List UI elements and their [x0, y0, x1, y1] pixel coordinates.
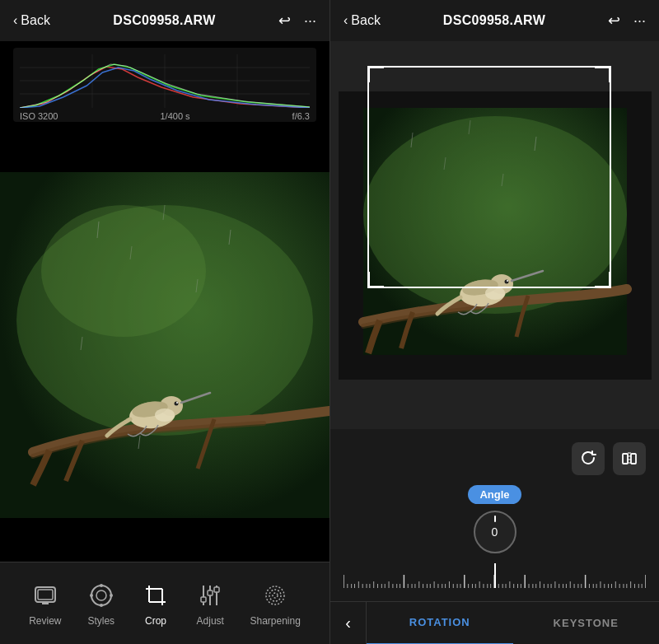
svg-point-27 [91, 586, 111, 605]
svg-point-29 [100, 584, 103, 587]
angle-section: Angle 0 [344, 485, 646, 553]
svg-point-57 [504, 279, 508, 283]
angle-value: 0 [492, 525, 498, 539]
tab-back-button[interactable]: ‹ [330, 602, 367, 645]
flip-button[interactable] [613, 442, 646, 475]
svg-point-30 [100, 604, 103, 607]
crop-icon [141, 581, 171, 610]
svg-point-28 [96, 590, 106, 600]
svg-point-45 [269, 590, 281, 601]
styles-icon [86, 581, 116, 610]
review-label: Review [29, 615, 61, 627]
tab-bar: ‹ ROTATION KEYSTONE [330, 601, 659, 644]
tab-rotation[interactable]: ROTATION [367, 602, 513, 645]
rotate-button[interactable] [572, 442, 605, 475]
rotation-ruler[interactable] [344, 563, 646, 588]
right-back-label: Back [351, 13, 381, 28]
svg-rect-37 [149, 589, 162, 602]
svg-rect-41 [208, 590, 213, 595]
histogram-labels: ISO 3200 1/400 s f/6.3 [20, 111, 310, 121]
keystone-tab-label: KEYSTONE [554, 617, 619, 629]
histogram-panel: ISO 3200 1/400 s f/6.3 [13, 48, 316, 122]
right-file-title: DSC09958.ARW [443, 13, 545, 28]
right-chevron-icon: ‹ [344, 13, 348, 28]
svg-rect-24 [38, 590, 53, 600]
toolbar-item-styles[interactable]: Styles [86, 581, 116, 627]
hummingbird-scene-right [339, 91, 652, 380]
toolbar-item-review[interactable]: Review [29, 581, 61, 627]
svg-point-58 [507, 280, 508, 282]
rotation-tab-label: ROTATION [409, 616, 470, 628]
bottom-toolbar: Review Styles [0, 562, 330, 644]
right-header: ‹ Back DSC09958.ARW ↩ ··· [330, 0, 659, 41]
left-panel: ‹ Back DSC09958.ARW ↩ ··· [0, 0, 330, 644]
svg-point-9 [41, 205, 206, 337]
svg-point-20 [176, 402, 178, 404]
svg-rect-43 [214, 587, 219, 592]
adjust-icon [195, 581, 225, 610]
header-actions: ↩ ··· [278, 12, 316, 30]
crop-corner-tl[interactable] [367, 66, 384, 82]
svg-point-46 [273, 593, 278, 598]
sharpening-icon [260, 581, 290, 610]
crop-label: Crop [145, 615, 166, 627]
svg-rect-61 [623, 454, 628, 464]
more-icon[interactable]: ··· [304, 12, 316, 30]
right-header-actions: ↩ ··· [608, 12, 646, 30]
tab-keystone[interactable]: KEYSTONE [513, 602, 660, 645]
toolbar-item-sharpening[interactable]: Sharpening [250, 581, 300, 627]
styles-label: Styles [87, 615, 115, 627]
ruler-center-line [494, 563, 496, 588]
angle-dial[interactable]: 0 [474, 511, 516, 553]
right-undo-icon[interactable]: ↩ [608, 12, 620, 30]
histogram-svg [20, 54, 310, 108]
angle-label: Angle [468, 485, 521, 504]
controls-area: Angle 0 [330, 429, 659, 601]
crop-photo-area [330, 41, 659, 429]
svg-rect-42 [201, 597, 206, 602]
aperture-label: f/6.3 [292, 111, 310, 121]
back-button[interactable]: ‹ Back [13, 13, 50, 28]
adjust-label: Adjust [197, 615, 224, 627]
tab-chevron-icon: ‹ [345, 614, 351, 632]
right-back-button[interactable]: ‹ Back [344, 13, 381, 28]
rotation-icons-row [344, 442, 646, 475]
review-icon [30, 581, 60, 610]
toolbar-item-adjust[interactable]: Adjust [195, 581, 225, 627]
svg-rect-62 [631, 454, 636, 464]
svg-point-60 [485, 287, 505, 300]
svg-point-32 [110, 594, 113, 597]
histogram-canvas [20, 54, 310, 108]
back-label: Back [21, 13, 50, 28]
left-photo-area [0, 128, 330, 562]
iso-label: ISO 3200 [20, 111, 58, 121]
shutter-label: 1/400 s [160, 111, 189, 121]
chevron-left-icon: ‹ [13, 13, 17, 28]
svg-point-31 [90, 594, 93, 597]
crop-corner-tr[interactable] [595, 66, 611, 82]
toolbar-item-crop[interactable]: Crop [141, 581, 171, 627]
sharpening-label: Sharpening [250, 615, 300, 627]
undo-icon[interactable]: ↩ [278, 12, 291, 30]
file-title: DSC09958.ARW [113, 13, 215, 28]
left-header: ‹ Back DSC09958.ARW ↩ ··· [0, 0, 330, 41]
right-more-icon[interactable]: ··· [633, 12, 646, 30]
hummingbird-scene-left [0, 172, 330, 518]
svg-point-22 [155, 408, 175, 422]
right-panel: ‹ Back DSC09958.ARW ↩ ··· [330, 0, 659, 644]
svg-point-19 [175, 402, 179, 406]
